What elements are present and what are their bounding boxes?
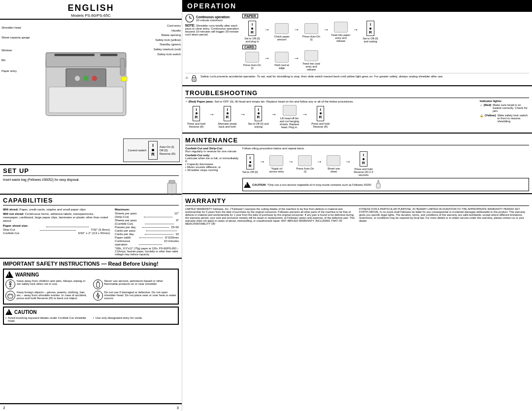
- ts-step4-img: [283, 105, 297, 116]
- maint-step1-label: Set to Off (0): [242, 171, 258, 173]
- ts-step3-ir: IR: [255, 106, 263, 121]
- waste-bag-icon: [165, 178, 179, 192]
- confetti-cut-value: 5/32" x 2" (3.9 x 50mm): [78, 231, 110, 235]
- maint-step3-img: [298, 155, 312, 166]
- ts-step2-ir: IR: [224, 106, 232, 121]
- indicator-yellow-text: Slide safety lock switch to front to res…: [498, 114, 529, 123]
- ts-step-2: IR Alternate slowly back and forth: [216, 106, 238, 128]
- op-safety-note: ○ Safety Lock prevents accidental operat…: [185, 73, 529, 83]
- will-not-shred: Will not shred: Continuous forms, adhesi…: [3, 212, 110, 222]
- maint-arrow-1: →: [259, 158, 265, 165]
- troubleshooting-section: TROUBLESHOOTING ☀ (Red) Paper jams: Set …: [182, 86, 532, 134]
- ts-arrow-2: →: [240, 111, 246, 118]
- maint-arrow-3: →: [316, 158, 322, 165]
- svg-rect-2: [55, 54, 95, 56]
- footnote: *20lb., 8.5"x11" (75g) paper at 120v. PS…: [115, 247, 179, 256]
- step5-ir: IR: [366, 21, 374, 36]
- troubleshooting-title: TROUBLESHOOTING: [185, 88, 529, 98]
- indicator-yellow-row: 🔒 (Yellow) Slide safety lock switch to f…: [480, 114, 529, 123]
- page-left: 2: [3, 406, 5, 410]
- maint-step-5: IR Press and hold Reverse (R) 2-3 second…: [352, 151, 374, 176]
- page-right: 3: [177, 406, 179, 410]
- step3-label: Press Auto-On (I): [301, 35, 321, 41]
- switch-i: I: [152, 143, 154, 149]
- ts-step-1: IR Press and hold Reverse (R): [185, 106, 207, 128]
- continuous-op-text: 10-minute maximum: [196, 19, 231, 22]
- paper-jam-desc: Set to OFF (0), lift head and empty bin.…: [214, 100, 354, 103]
- warning-text-1: Keep away from children and pets. Always…: [17, 279, 89, 285]
- ts-step-4: Lift head off bin and cut hanging shreds…: [278, 105, 300, 129]
- caution-cols: • Avoid touching exposed blades under Co…: [5, 316, 176, 322]
- capabilities-section: CAPABILITIES Will shred: Paper, credit c…: [0, 195, 182, 259]
- warning-item-1: Keep away from children and pets. Always…: [5, 279, 89, 289]
- label-safety-lock-yellow: Safety lock (yellow): [154, 38, 181, 43]
- warranty-section: WARRANTY LIMITED WARRANTY Fellowes, Inc.…: [182, 194, 532, 411]
- passes-day-label: Passes per day: [115, 225, 141, 229]
- warning-item-3: Never use aerosol, petroleum-based or ot…: [93, 279, 177, 289]
- co-text: Lubricate when bin is full, or immediate…: [185, 157, 238, 163]
- safety-section: IMPORTANT SAFETY INSTRUCTIONS — Read Bef…: [0, 259, 182, 404]
- confetti-only-section: Confetti-Cut only: Lubricate when bin is…: [185, 154, 239, 171]
- card-step3-label: Feed into card entry and release: [301, 62, 321, 71]
- warning-item-4: Do not use if damaged or defective. Do n…: [93, 291, 177, 301]
- aerosol-icon: [93, 279, 103, 289]
- svg-point-5: [74, 75, 80, 81]
- card-arrow-1: →: [264, 55, 270, 62]
- caution-col-left: • Avoid touching exposed blades under Co…: [5, 316, 89, 322]
- cards-pass-label: Cards per pass: [115, 229, 145, 232]
- svg-rect-9: [120, 58, 125, 75]
- ts-step-3: IR Set to Off (0) and unplug: [247, 106, 269, 128]
- svg-rect-32: [376, 183, 380, 188]
- paper-steps-area: PAPER IR Set to Off (0) and plug in → Ch: [242, 14, 529, 71]
- continuous-label: Continuous operation: [115, 239, 138, 246]
- maint-step-2: *Apply oil across entry: [266, 155, 286, 173]
- cap-left: Will shred: Paper, credit cards, staples…: [3, 207, 110, 256]
- card-step1-label: Press Auto-On (I): [242, 64, 262, 69]
- electric-icon: [93, 291, 103, 301]
- maint-step3-label: Press Auto-On (I): [295, 167, 315, 173]
- paper-step-2: Check paper amount: [272, 23, 292, 41]
- paper-step-5: IR Set to Off (0) and unplug: [361, 21, 380, 43]
- auto-on-label: Auto-On (I): [160, 145, 175, 148]
- maint-arrow-4: →: [345, 158, 351, 165]
- sheets-confetti-value: 8": [176, 218, 179, 225]
- shredder-diagram: Shredder head Sheet capacity gauge Windo…: [0, 20, 182, 165]
- page-numbers: 2 3: [0, 404, 182, 411]
- oil-bottle-icon: [374, 179, 382, 190]
- lock-icon: [191, 75, 197, 82]
- maintenance-section: MAINTENANCE Confetti-Cut and Strip-Cut: …: [182, 134, 532, 194]
- cs-text: Run regularly in reverse for one minute: [185, 150, 236, 153]
- control-switch-label: Control switch: [128, 149, 146, 152]
- ts-step1-ir: IR: [193, 106, 200, 121]
- paper-width-value: 9"/229mm: [165, 236, 179, 239]
- will-shred: Will shred: Paper, credit cards, staples…: [3, 207, 110, 211]
- maint-step5-ir: IR: [360, 151, 367, 167]
- warning-box: WARNING Keep away from children and pets…: [3, 269, 179, 305]
- child-icon: [5, 279, 15, 289]
- arrow-1: →: [264, 26, 270, 33]
- confetti-cut-label: Confetti-Cut: [3, 231, 39, 235]
- setup-content: Insert waste bag (Fellowes #36052) for e…: [3, 178, 179, 192]
- card-step2-img: [275, 52, 289, 63]
- warning-cols: Keep away from children and pets. Always…: [5, 279, 176, 302]
- maint-caution-label: CAUTION: [252, 183, 266, 186]
- maint-right: Follow oiling procedure below and repeat…: [242, 147, 529, 191]
- card-badge: CARD: [242, 45, 256, 49]
- warranty-col-left: LIMITED WARRANTY Fellowes, Inc. ("Fellow…: [185, 207, 355, 225]
- strip-cut-value: 7/32" (5.8mm): [91, 228, 110, 231]
- paper-jam-label: Paper jams:: [197, 100, 214, 103]
- ts-step3-label: Set to Off (0) and unplug: [247, 122, 269, 128]
- label-paper-entry: Paper entry: [1, 68, 30, 74]
- ts-step2-label: Alternate slowly back and forth: [216, 122, 238, 128]
- label-sheet-gauge: Sheet capacity gauge: [1, 34, 30, 40]
- right-labels: Card entry Handle Waste opening Safety l…: [154, 24, 181, 57]
- warranty-title: WARRANTY: [185, 196, 529, 206]
- svg-point-15: [9, 281, 11, 283]
- step2-label: Check paper amount: [272, 35, 292, 41]
- svg-rect-8: [49, 87, 123, 113]
- card-steps: Press Auto-On (I) → Hold card at edge → …: [242, 50, 529, 71]
- caution-header: CAUTION: [5, 309, 176, 315]
- ts-indicator: Indicator lights: ☀ (Red) Make sure head…: [480, 100, 529, 131]
- warranty-text-left: LIMITED WARRANTY Fellowes, Inc. ("Fellow…: [185, 207, 355, 225]
- ts-arrow-3: →: [271, 111, 277, 118]
